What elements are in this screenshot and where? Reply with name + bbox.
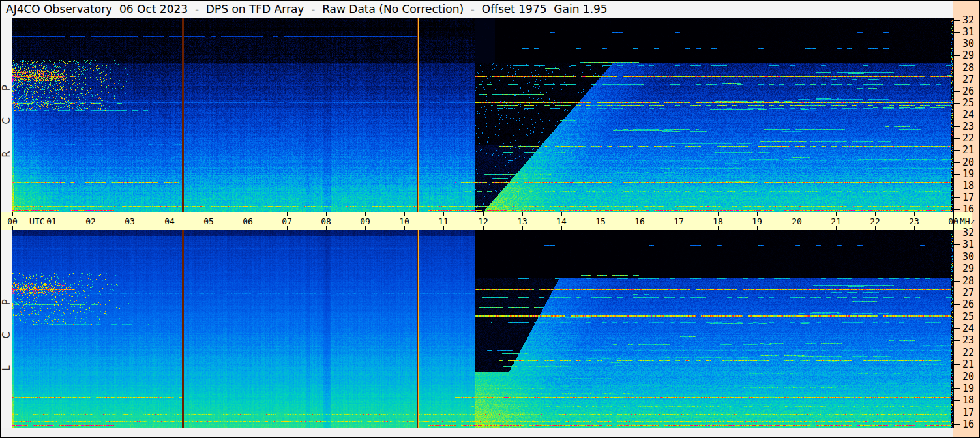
freq-tick-label: 23 — [962, 336, 979, 345]
freq-tick-label: 25 — [962, 312, 979, 322]
freq-tick — [954, 304, 960, 305]
time-tick — [875, 226, 876, 230]
time-tick — [248, 226, 248, 230]
freq-tick-label: 19 — [962, 384, 979, 394]
freq-tick-label: 20 — [962, 158, 979, 168]
freq-tick-label: 20 — [962, 372, 979, 382]
time-tick — [561, 226, 562, 230]
freq-tick-label: 24 — [962, 324, 979, 334]
time-tick — [443, 226, 444, 230]
time-tick-label: 22 — [870, 217, 880, 226]
time-tick-label: 18 — [713, 217, 723, 226]
freq-tick-label: 22 — [962, 348, 979, 358]
freq-tick — [954, 244, 960, 245]
freq-tick — [954, 281, 960, 282]
time-tick-label: 13 — [517, 217, 527, 226]
freq-tick-label: 32 — [962, 16, 979, 25]
freq-tick-label: 17 — [962, 408, 979, 418]
time-tick-label: 10 — [399, 217, 409, 226]
freq-tick-label: 25 — [962, 98, 979, 108]
freq-tick-label: 17 — [962, 193, 979, 203]
time-tick-label: 23 — [909, 217, 919, 226]
freq-tick — [954, 340, 960, 341]
title-bar: AJ4CO Observatory 06 Oct 2023 - DPS on T… — [1, 1, 953, 18]
page-title: AJ4CO Observatory 06 Oct 2023 - DPS on T… — [6, 3, 608, 16]
time-tick-label: 02 — [85, 217, 96, 226]
freq-tick-label: 21 — [962, 360, 979, 370]
freq-tick — [954, 138, 960, 139]
freq-tick — [954, 103, 960, 104]
freq-tick — [954, 55, 960, 56]
time-tick — [679, 226, 679, 230]
freq-tick-label: 28 — [962, 63, 979, 73]
freq-tick-label: 27 — [962, 288, 979, 298]
time-tick-label: 20 — [792, 217, 802, 226]
freq-tick — [954, 80, 960, 80]
freq-tick — [954, 424, 960, 425]
freq-tick — [954, 293, 960, 293]
time-tick-label: 12 — [478, 217, 488, 226]
freq-tick-label: 19 — [962, 169, 979, 179]
time-tick — [404, 226, 405, 230]
time-tick — [52, 226, 52, 230]
freq-tick-label: 16 — [962, 420, 979, 430]
rcp-spectrogram-canvas — [12, 18, 953, 212]
time-tick — [209, 226, 209, 230]
freq-tick — [954, 353, 960, 353]
freq-tick — [954, 377, 960, 377]
freq-tick-label: 23 — [962, 122, 979, 132]
freq-tick-label: 16 — [962, 205, 979, 214]
time-tick-label: 21 — [831, 217, 841, 226]
freq-tick-label: 30 — [962, 252, 979, 262]
time-tick-label: 07 — [282, 217, 292, 226]
time-tick-label: 11 — [438, 217, 449, 226]
time-tick-label: 14 — [556, 217, 567, 226]
freq-tick — [954, 197, 960, 198]
time-tick — [91, 226, 91, 230]
freq-tick — [954, 115, 960, 115]
mhz-unit-label: MHz — [960, 217, 975, 226]
freq-tick — [954, 413, 960, 413]
time-tick-label: 05 — [203, 217, 214, 226]
freq-tick — [954, 186, 960, 186]
time-tick — [953, 226, 954, 230]
freq-tick-label: 18 — [962, 396, 979, 405]
freq-tick-label: 21 — [962, 145, 979, 155]
freq-tick-label: 31 — [962, 240, 979, 250]
time-tick-label: 08 — [321, 217, 331, 226]
rcp-panel-label-text: R C P — [1, 73, 12, 157]
freq-tick-label: 22 — [962, 134, 979, 143]
freq-tick-label: 24 — [962, 110, 979, 120]
time-tick — [601, 226, 601, 230]
time-tick-label: 04 — [164, 217, 175, 226]
time-tick-label: 17 — [674, 217, 684, 226]
freq-tick-label: 31 — [962, 27, 979, 37]
freq-tick — [954, 126, 960, 127]
time-tick-label: 00 — [7, 217, 18, 226]
utc-unit-label: UTC — [29, 217, 44, 226]
freq-tick — [954, 400, 960, 401]
time-tick-label: 09 — [360, 217, 370, 226]
time-tick-label: 00 — [948, 217, 958, 226]
freq-tick — [954, 209, 960, 210]
rcp-panel-label: R C P — [1, 18, 12, 212]
time-tick — [640, 226, 640, 230]
bottom-margin — [1, 428, 953, 438]
freq-tick — [954, 32, 960, 33]
observatory-spectrogram-screen: AJ4CO Observatory 06 Oct 2023 - DPS on T… — [0, 0, 980, 438]
freq-tick-label: 29 — [962, 51, 979, 61]
time-tick — [836, 226, 837, 230]
freq-tick-label: 26 — [962, 300, 979, 310]
freq-tick — [954, 233, 960, 233]
freq-tick — [954, 269, 960, 269]
freq-tick-label: 27 — [962, 75, 979, 85]
lcp-panel-label-text: L C P — [1, 287, 12, 370]
freq-tick — [954, 364, 960, 365]
time-tick-label: 06 — [243, 217, 253, 226]
time-tick — [130, 226, 130, 230]
freq-tick — [954, 44, 960, 44]
freq-tick — [954, 317, 960, 317]
time-tick-label: 15 — [595, 217, 606, 226]
time-tick — [287, 226, 288, 230]
time-tick — [483, 226, 484, 230]
